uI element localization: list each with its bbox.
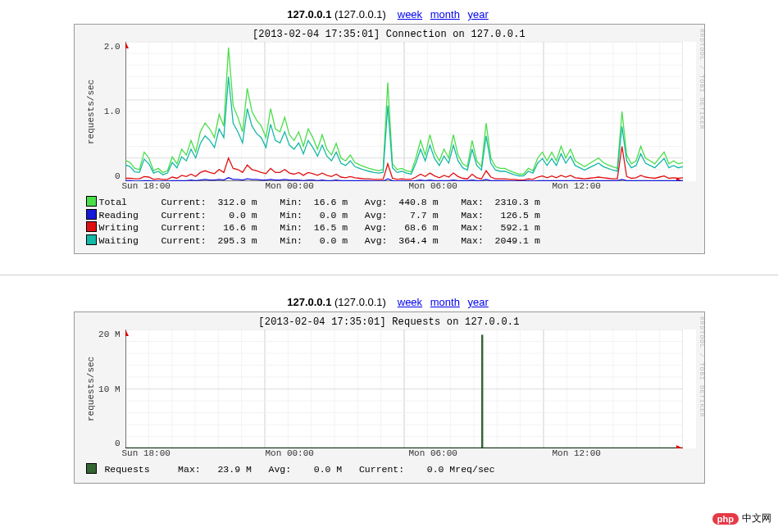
divider — [0, 275, 778, 275]
link-month[interactable]: month — [430, 296, 460, 308]
y-ticks: 20 M 10 M 0 — [96, 330, 125, 448]
rrdtool-credit: RRDTOOL / TOBI OETIKER — [694, 316, 706, 479]
xtick: Mon 12:00 — [553, 181, 696, 191]
graph-title: [2013-02-04 17:35:01] Requests on 127.0.… — [83, 316, 696, 328]
host-paren: (127.0.0.1) — [334, 8, 386, 20]
requests-graph: RRDTOOL / TOBI OETIKER [2013-02-04 17:35… — [74, 311, 705, 484]
legend: Requests Max: 23.9 M Avg: 0.0 M Current:… — [86, 463, 696, 476]
xtick: Sun 18:00 — [122, 448, 266, 458]
chart-header: 127.0.0.1 (127.0.0.1) week month year — [0, 296, 778, 308]
xtick: Mon 06:00 — [409, 181, 553, 191]
xtick: Sun 18:00 — [122, 181, 266, 191]
host-bold: 127.0.0.1 — [287, 296, 331, 308]
x-ticks: Sun 18:00 Mon 00:00 Mon 06:00 Mon 12:00 — [122, 448, 696, 458]
ytick: 1.0 — [104, 107, 121, 116]
link-year[interactable]: year — [468, 296, 489, 308]
plot-area — [125, 330, 696, 448]
host-paren: (127.0.0.1) — [334, 296, 386, 308]
host-bold: 127.0.0.1 — [287, 8, 331, 20]
y-axis-label: requests/sec — [83, 42, 96, 181]
ytick: 2.0 — [104, 42, 121, 52]
y-ticks: 2.0 1.0 0 — [96, 42, 125, 181]
connection-graph: RRDTOOL / TOBI OETIKER [2013-02-04 17:35… — [74, 24, 705, 254]
y-axis-label: requests/sec — [83, 330, 96, 448]
rrdtool-credit: RRDTOOL / TOBI OETIKER — [694, 29, 706, 249]
xtick: Mon 12:00 — [553, 448, 696, 458]
legend: Total Current: 312.0 m Min: 16.6 m Avg: … — [86, 196, 696, 247]
requests-section: 127.0.0.1 (127.0.0.1) week month year RR… — [0, 288, 778, 492]
chart-header: 127.0.0.1 (127.0.0.1) week month year — [0, 8, 778, 20]
ytick: 20 M — [98, 330, 120, 339]
ytick: 10 M — [98, 384, 120, 394]
ytick: 0 — [115, 171, 121, 181]
xtick: Mon 00:00 — [266, 448, 409, 458]
xtick: Mon 00:00 — [266, 181, 409, 191]
link-week[interactable]: week — [398, 8, 422, 20]
connection-section: 127.0.0.1 (127.0.0.1) week month year RR… — [0, 0, 778, 262]
xtick: Mon 06:00 — [409, 448, 553, 458]
x-ticks: Sun 18:00 Mon 00:00 Mon 06:00 Mon 12:00 — [122, 181, 696, 191]
link-month[interactable]: month — [430, 8, 460, 20]
link-year[interactable]: year — [468, 8, 489, 20]
link-week[interactable]: week — [398, 296, 422, 308]
plot-area — [125, 42, 696, 181]
ytick: 0 — [115, 439, 121, 448]
graph-title: [2013-02-04 17:35:01] Connection on 127.… — [83, 29, 696, 40]
